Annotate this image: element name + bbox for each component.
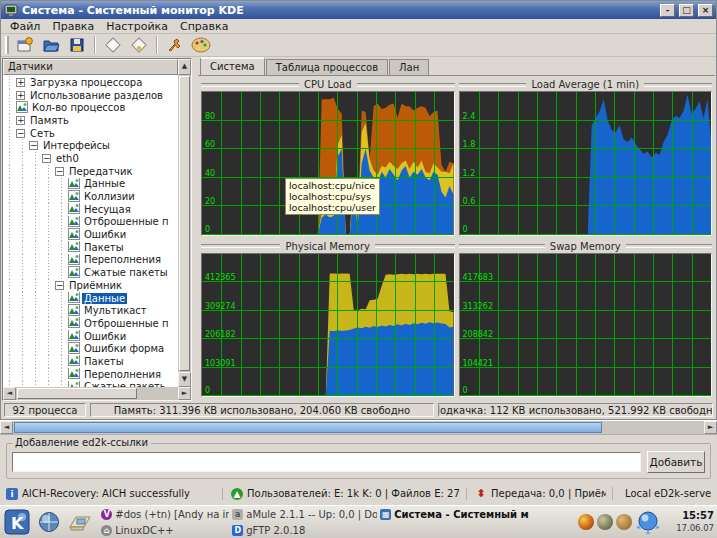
- add-link-button[interactable]: Добавить: [647, 451, 705, 473]
- browser-launcher[interactable]: [35, 508, 63, 536]
- tree-item-label[interactable]: Память: [28, 115, 71, 126]
- collapse-icon[interactable]: −: [29, 141, 38, 150]
- task-ksysguard[interactable]: ▦ Система - Системный м: [377, 506, 537, 522]
- tree-item[interactable]: Коллизии: [3, 190, 178, 203]
- tray-icon-penguin[interactable]: [597, 514, 613, 530]
- ed2k-link-input[interactable]: [12, 452, 641, 472]
- tab-system[interactable]: Система: [200, 57, 265, 75]
- tab-process-table[interactable]: Таблица процессов: [266, 59, 388, 75]
- tree-item-label[interactable]: Переполнения: [82, 369, 163, 380]
- tree-item[interactable]: Сжатые пакеты: [3, 266, 178, 279]
- tree-item[interactable]: −Передатчик: [3, 165, 178, 178]
- worksheet-cell-button[interactable]: [101, 35, 125, 56]
- scroll-right-arrow-icon[interactable]: ►: [704, 421, 717, 434]
- tree-item-label[interactable]: Отброшенные п: [82, 318, 170, 329]
- tree-item-label[interactable]: Загрузка процессора: [28, 77, 144, 88]
- tree-item[interactable]: Отброшенные п: [3, 317, 178, 330]
- tree-item-label[interactable]: Коллизии: [82, 191, 137, 202]
- tree-item-label[interactable]: Мультикаст: [82, 305, 149, 316]
- tree-item[interactable]: −Сеть: [3, 127, 178, 140]
- tree-item[interactable]: −Приёмник: [3, 279, 178, 292]
- amule-horizontal-scrollbar[interactable]: ◄ ►: [0, 421, 717, 435]
- tree-item[interactable]: +Использование разделов: [3, 89, 178, 102]
- tree-item-label[interactable]: Передатчик: [67, 166, 135, 177]
- maximize-button[interactable]: □: [679, 4, 694, 17]
- scroll-left-arrow-icon[interactable]: ◄: [3, 387, 16, 400]
- tab-lan[interactable]: Лан: [389, 59, 429, 75]
- tree-item[interactable]: +Загрузка процессора: [3, 76, 178, 89]
- tree-item[interactable]: Ошибки: [3, 330, 178, 343]
- expand-icon[interactable]: +: [16, 78, 25, 87]
- tree-item[interactable]: Кол-во процессов: [3, 101, 178, 114]
- collapse-icon[interactable]: −: [16, 129, 25, 138]
- menu-settings[interactable]: Настройка: [101, 20, 173, 33]
- tree-item-label[interactable]: Ошибки: [82, 331, 128, 342]
- expand-icon[interactable]: +: [16, 116, 25, 125]
- load-average-chart[interactable]: 00.61.21.82.4: [459, 91, 713, 236]
- menu-file[interactable]: Файл: [5, 20, 45, 33]
- info-icon[interactable]: i: [6, 488, 18, 500]
- tree-item-label[interactable]: Пакеты: [82, 356, 126, 367]
- tree-item-label[interactable]: Сеть: [28, 128, 57, 139]
- tree-item[interactable]: Ошибки: [3, 228, 178, 241]
- toolbar-handle[interactable]: [5, 36, 9, 54]
- tree-item-label[interactable]: Данные: [82, 293, 127, 304]
- tree-item-label[interactable]: Сжатые пакеты: [82, 267, 170, 278]
- minimize-button[interactable]: -: [660, 4, 675, 17]
- vertical-scrollbar[interactable]: ▼: [178, 75, 191, 387]
- tray-icon-bird[interactable]: [616, 514, 632, 530]
- tree-item[interactable]: Пакеты: [3, 355, 178, 368]
- tree-item-label[interactable]: Использование разделов: [28, 90, 165, 101]
- desktop-launcher[interactable]: [67, 508, 95, 536]
- scroll-right-arrow-icon[interactable]: ►: [178, 387, 191, 400]
- menu-edit[interactable]: Правка: [47, 20, 99, 33]
- tree-item[interactable]: Несущая: [3, 203, 178, 216]
- titlebar[interactable]: Система - Системный монитор KDE - □ ×: [1, 1, 716, 19]
- tree-item-label[interactable]: Кол-во процессов: [30, 102, 127, 113]
- cpu-load-chart[interactable]: localhost:cpu/nice localhost:cpu/sys loc…: [201, 91, 455, 236]
- style-button[interactable]: [189, 35, 213, 56]
- worksheet-cell-alt-button[interactable]: [127, 35, 151, 56]
- tree-item[interactable]: Мультикаст: [3, 304, 178, 317]
- tree-item[interactable]: Переполнения: [3, 368, 178, 381]
- scroll-up-arrow-icon[interactable]: ▲: [178, 59, 191, 75]
- tray-icon-kde-large[interactable]: [635, 509, 661, 535]
- scrollbar-thumb[interactable]: [14, 422, 602, 433]
- tree-item-label[interactable]: eth0: [54, 153, 81, 164]
- tree-item-label[interactable]: Ошибки: [82, 229, 128, 240]
- scroll-down-arrow-icon[interactable]: ▼: [178, 372, 191, 387]
- tree-item-label[interactable]: Данные: [82, 178, 127, 189]
- open-button[interactable]: [39, 35, 63, 56]
- tree-item[interactable]: Отброшенные п: [3, 216, 178, 229]
- tree-item[interactable]: Данные: [3, 292, 178, 305]
- new-worksheet-button[interactable]: [13, 35, 37, 56]
- tree-item-label[interactable]: Ошибки форма: [82, 343, 166, 354]
- tree-item-label[interactable]: Пакеты: [82, 242, 126, 253]
- configure-button[interactable]: [163, 35, 187, 56]
- close-button[interactable]: ×: [698, 4, 713, 17]
- tree-item-label[interactable]: Интерфейсы: [41, 140, 112, 151]
- clock[interactable]: 15:57 17.06.07: [664, 510, 714, 533]
- physical-memory-chart[interactable]: 0103091206182309274412365: [201, 253, 455, 398]
- tray-icon-ball[interactable]: [578, 514, 594, 530]
- task-gftp[interactable]: D gFTP 2.0.18: [229, 522, 377, 538]
- tree-item-label[interactable]: Переполнения: [82, 254, 163, 265]
- tree-item[interactable]: Ошибки форма: [3, 342, 178, 355]
- sensor-column-header[interactable]: Датчики: [3, 59, 178, 75]
- save-button[interactable]: [65, 35, 89, 56]
- tree-item-label[interactable]: Несущая: [82, 204, 133, 215]
- collapse-icon[interactable]: −: [55, 281, 64, 290]
- collapse-icon[interactable]: −: [42, 154, 51, 163]
- horizontal-scrollbar[interactable]: ◄ ►: [3, 387, 191, 400]
- task-linuxdc[interactable]: ⌂ LinuxDC++: [98, 522, 229, 538]
- tree-item[interactable]: +Память: [3, 114, 178, 127]
- tree-item[interactable]: Переполнения: [3, 254, 178, 267]
- swap-memory-chart[interactable]: 0104421208842313262417683: [459, 253, 713, 398]
- kmenu-button[interactable]: K: [3, 508, 31, 536]
- task-kvirc[interactable]: V #dos (+tn) [Andy на irc.ca: [98, 506, 229, 522]
- menu-help[interactable]: Справка: [175, 20, 233, 33]
- tree-item[interactable]: Данные: [3, 178, 178, 191]
- scroll-left-arrow-icon[interactable]: ◄: [0, 421, 13, 434]
- expand-icon[interactable]: +: [16, 91, 25, 100]
- scrollbar-thumb[interactable]: [179, 76, 190, 371]
